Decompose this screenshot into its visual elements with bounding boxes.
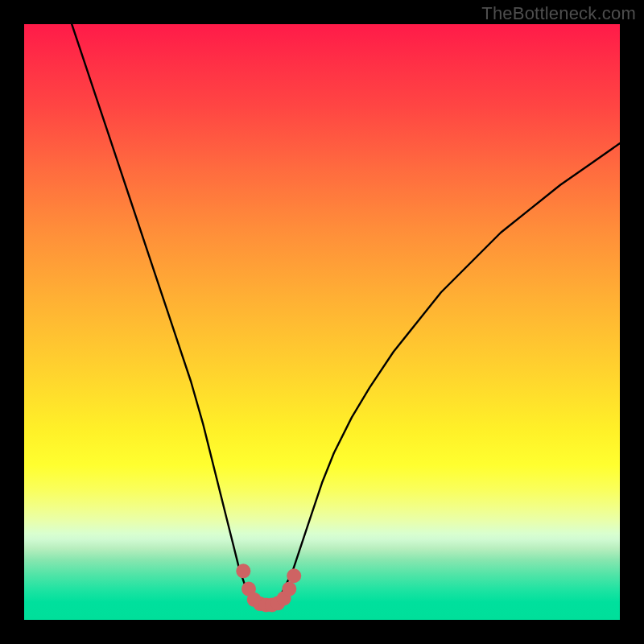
plot-area [24,24,620,620]
chart-svg [24,24,620,620]
watermark-text: TheBottleneck.com [481,3,636,24]
bottleneck-curve [72,24,620,605]
optimal-zone-markers [236,564,301,612]
marker-dot [282,582,296,597]
marker-dot [236,564,250,578]
marker-dot [287,568,301,583]
chart-frame: TheBottleneck.com [0,0,644,644]
